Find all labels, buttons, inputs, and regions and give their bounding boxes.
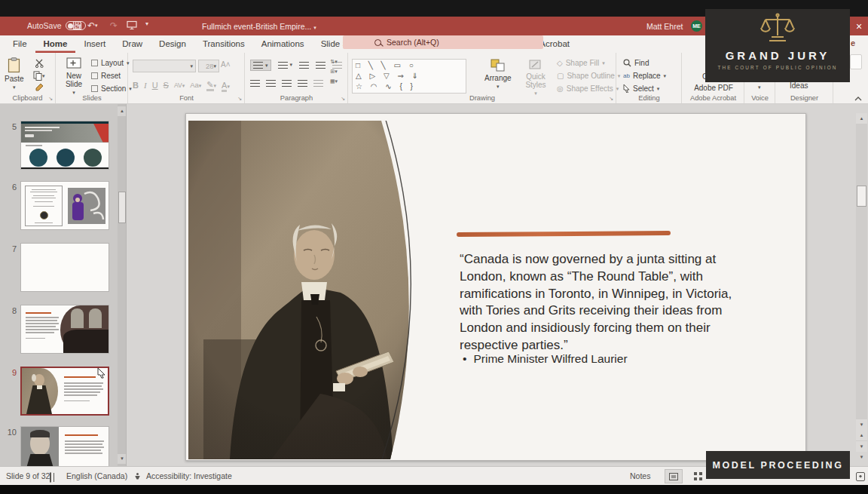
arrange-button[interactable]: Arrange▾	[484, 59, 512, 90]
numbering-button[interactable]: ▾	[278, 62, 293, 69]
slide-thumbnail-8[interactable]	[20, 305, 109, 354]
slide-counter[interactable]: Slide 9 of 32	[6, 471, 50, 480]
slide-sorter-button[interactable]	[689, 469, 707, 483]
copy-button[interactable]: ▾	[33, 71, 45, 81]
layout-button[interactable]: Layout▾	[91, 59, 130, 67]
increase-indent-icon[interactable]	[316, 62, 326, 69]
drawing-dialog-launcher[interactable]: ↘	[609, 96, 613, 102]
justify-icon[interactable]	[298, 80, 307, 87]
editor-scrollbar[interactable]: ▲ ▼	[856, 113, 867, 450]
thumb5-footer	[21, 167, 109, 170]
replace-button[interactable]: ab Replace▾	[623, 72, 666, 80]
font-dialog-launcher[interactable]: ↘	[237, 96, 242, 102]
character-spacing-button[interactable]: AV▾	[174, 81, 185, 89]
find-button[interactable]: Find	[623, 59, 649, 67]
shapes-palette[interactable]: □ ╲ ╲ ▭ ○ △ ▷ ▽ ⇒ ⇓ ☆ ◠ ∿ { } ▲▼≡	[352, 59, 466, 94]
columns-icon[interactable]	[313, 80, 323, 87]
normal-view-button[interactable]	[665, 469, 683, 483]
share-button-partial[interactable]: e	[851, 38, 855, 48]
shape-effects-button[interactable]: ◎Shape Effects▾	[557, 84, 619, 93]
tab-home[interactable]: Home	[35, 36, 76, 53]
new-slide-button[interactable]: New Slide ▾	[60, 57, 88, 96]
editor-scroll-up-icon[interactable]: ▲	[856, 113, 867, 124]
align-center-icon[interactable]	[266, 80, 276, 87]
thumbnail-scroll-up-icon[interactable]: ▲	[118, 106, 127, 116]
cut-button[interactable]	[35, 59, 44, 68]
thumbnail-scrollbar-thumb[interactable]	[118, 192, 126, 223]
editor-scroll-down-icon[interactable]: ▼	[856, 419, 867, 430]
tab-transitions[interactable]: Transitions	[194, 36, 253, 53]
bullets-button[interactable]: ▾	[250, 60, 271, 71]
editor-scrollbar-thumb[interactable]	[857, 186, 866, 207]
bold-button[interactable]: B	[133, 81, 139, 90]
find-icon	[623, 59, 631, 67]
strikethrough-button[interactable]: S	[164, 81, 169, 90]
normal-view-icon	[669, 473, 678, 480]
align-right-icon[interactable]	[282, 80, 292, 87]
undo-button[interactable]: ↶▾	[87, 20, 98, 31]
group-label-acrobat: Adobe Acrobat	[683, 94, 744, 102]
document-title[interactable]: Fullmich event-British Empire... ▾	[202, 22, 316, 31]
change-case-button[interactable]: Aa▾	[190, 81, 201, 89]
fit-to-window-button[interactable]	[851, 469, 868, 483]
slide-canvas[interactable]: “Canada is now governed by a junta sitti…	[185, 113, 806, 461]
format-painter-button[interactable]	[35, 83, 44, 92]
tab-draw[interactable]: Draw	[114, 36, 151, 53]
paste-button[interactable]: Paste ▾	[5, 57, 24, 91]
close-button[interactable]: ×	[850, 17, 868, 35]
slide-thumbnail-6[interactable]	[20, 181, 109, 230]
orange-accent-line[interactable]	[457, 231, 671, 237]
slide-thumbnail-7[interactable]	[20, 243, 109, 292]
slide-sorter-icon	[694, 472, 702, 480]
notes-button[interactable]: Notes	[630, 471, 650, 480]
qat-customize-chevron-icon[interactable]: ▾	[145, 20, 148, 27]
clipboard-dialog-launcher[interactable]: ↘	[48, 96, 53, 102]
thumbnail-scrollbar[interactable]: ▲ ▼	[118, 104, 127, 466]
font-name-select[interactable]: ▾	[133, 60, 196, 72]
smartart-button[interactable]: ▦▾	[330, 78, 338, 84]
present-button[interactable]	[127, 20, 137, 30]
accessibility-status[interactable]: Accessibility: Investigate	[146, 471, 232, 480]
share-dropdown-partial[interactable]	[850, 54, 862, 69]
avatar[interactable]: ME	[691, 20, 702, 32]
thumbnail-scroll-down-icon[interactable]: ▼	[118, 454, 127, 464]
tab-animations[interactable]: Animations	[253, 36, 313, 53]
save-button[interactable]	[72, 20, 82, 30]
tab-insert[interactable]: Insert	[75, 36, 114, 53]
align-text-button[interactable]: ⊞▾	[330, 69, 337, 75]
slide-thumbnail-10[interactable]	[20, 426, 109, 466]
dictate-dropdown-icon[interactable]: ▾	[758, 84, 761, 91]
previous-slide-button[interactable]: ▲▲	[856, 430, 867, 440]
reset-button[interactable]: Reset	[91, 72, 121, 80]
shape-outline-button[interactable]: ▢Shape Outline▾	[557, 72, 620, 80]
language-indicator[interactable]: English (Canada)	[66, 471, 127, 480]
collapse-ribbon-chevron-icon[interactable]	[854, 96, 863, 102]
laurier-portrait-photo[interactable]	[188, 121, 448, 459]
font-size-select[interactable]: 28▾	[198, 60, 219, 72]
underline-button[interactable]: U	[152, 81, 158, 90]
next-slide-button[interactable]: ▼▼	[856, 441, 867, 452]
section-button[interactable]: Section▾	[91, 84, 132, 93]
decrease-indent-icon[interactable]	[299, 62, 309, 69]
attribution-line[interactable]: • Prime Minister Wilfred Laurier	[463, 352, 628, 366]
tab-file[interactable]: File	[5, 36, 35, 53]
italic-button[interactable]: I	[144, 81, 147, 90]
ideas-button[interactable]: Ideas	[790, 81, 808, 90]
select-button[interactable]: Select▾	[623, 84, 659, 93]
grow-font-icon[interactable]: A˄	[221, 60, 231, 69]
tab-design[interactable]: Design	[151, 36, 194, 53]
search-input[interactable]: Search (Alt+Q)	[343, 35, 543, 49]
slide-thumbnail-5[interactable]	[20, 121, 109, 170]
shape-fill-button[interactable]: ◇Shape Fill▾	[557, 59, 605, 67]
proofing-book-icon[interactable]	[50, 473, 51, 482]
quote-text[interactable]: “Canada is now governed by a junta sitti…	[460, 251, 756, 354]
quick-styles-button[interactable]: Quick Styles▾	[521, 59, 551, 97]
user-name[interactable]: Matt Ehret	[646, 22, 683, 31]
align-left-icon[interactable]	[250, 80, 260, 87]
redo-button[interactable]: ↷	[110, 20, 118, 31]
text-direction-button[interactable]: ⇅▾	[330, 59, 337, 65]
font-color-button[interactable]: A▾	[222, 81, 230, 90]
paragraph-dialog-launcher[interactable]: ↘	[341, 96, 345, 102]
highlight-button[interactable]: ✎▾	[206, 80, 216, 90]
slide-thumbnail-9-selected[interactable]	[20, 367, 109, 416]
